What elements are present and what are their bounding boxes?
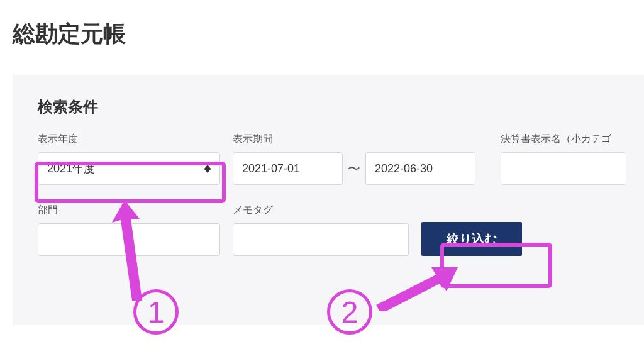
period-from-value: 2021-07-01 <box>242 162 300 175</box>
dept-label: 部門 <box>38 204 220 217</box>
period-field: 表示期間 2021-07-01 〜 2022-06-30 <box>233 133 475 185</box>
filter-row-2: 部門 メモタグ 絞り込む <box>38 204 619 256</box>
period-to-input[interactable]: 2022-06-30 <box>365 152 475 185</box>
kessan-label: 決算書表示名（小カテゴ <box>501 133 626 146</box>
filter-row-1: 表示年度 2021年度 表示期間 2021-07-01 〜 2022-06-30 <box>38 133 619 185</box>
page-title: 総勘定元帳 <box>13 19 644 50</box>
kessan-input[interactable] <box>501 152 626 185</box>
dept-field: 部門 <box>38 204 220 256</box>
period-separator: 〜 <box>348 160 360 177</box>
memo-input[interactable] <box>233 223 409 256</box>
submit-field: 絞り込む <box>421 206 522 256</box>
period-to-value: 2022-06-30 <box>375 162 433 175</box>
dept-input[interactable] <box>38 223 220 256</box>
search-panel: 検索条件 表示年度 2021年度 表示期間 2021-07-01 〜 2022-… <box>13 75 644 325</box>
panel-heading: 検索条件 <box>38 97 619 117</box>
year-select[interactable]: 2021年度 <box>38 152 220 185</box>
memo-field: メモタグ <box>233 204 409 256</box>
updown-icon <box>204 165 211 173</box>
year-select-value: 2021年度 <box>47 161 95 176</box>
year-field: 表示年度 2021年度 <box>38 133 220 185</box>
year-label: 表示年度 <box>38 133 220 146</box>
filter-button-label: 絞り込む <box>447 231 497 248</box>
period-from-input[interactable]: 2021-07-01 <box>233 152 343 185</box>
period-label: 表示期間 <box>233 133 475 146</box>
memo-label: メモタグ <box>233 204 409 217</box>
kessan-field: 決算書表示名（小カテゴ <box>501 133 626 185</box>
filter-button[interactable]: 絞り込む <box>421 222 522 256</box>
